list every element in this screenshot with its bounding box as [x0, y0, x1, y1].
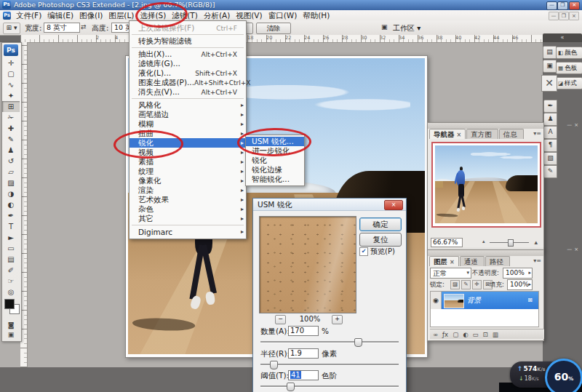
blur-tool[interactable]: ◑ — [2, 188, 20, 199]
hand-tool[interactable]: ☞ — [2, 276, 20, 287]
filter-menu-item[interactable]: 视频 — [129, 148, 246, 157]
lock-paint-icon[interactable]: ✎ — [461, 280, 471, 289]
zoom-out-mountain-icon[interactable]: ▴ — [482, 239, 485, 244]
menu-bar-item[interactable]: 选择(S) — [137, 10, 169, 20]
zoom-tool[interactable]: ◎ — [2, 287, 20, 297]
lock-move-icon[interactable]: ✛ — [472, 280, 482, 289]
document-icon[interactable]: Ps — [3, 12, 11, 20]
filter-menu-item[interactable]: 素描 — [129, 157, 246, 167]
slice-tool[interactable]: ✁ — [2, 112, 20, 123]
preview-zoom-out-button[interactable]: − — [275, 315, 286, 324]
menu-bar-item[interactable]: 滤镜(T) — [169, 10, 201, 20]
quick-mask-icon[interactable]: ◙ — [6, 321, 16, 329]
navigator-tab[interactable]: 导航器× — [429, 129, 466, 139]
filter-menu-item[interactable]: 液化(L)... Shift+Ctrl+X — [129, 68, 246, 78]
opacity-value[interactable]: 100%▸ — [503, 268, 533, 279]
spinner-icon[interactable]: ▸ — [528, 280, 531, 289]
dock-icon-clone-source[interactable]: ♟ — [543, 113, 557, 126]
amount-slider-thumb[interactable] — [354, 338, 362, 347]
bridge-icon[interactable]: ▣ — [381, 23, 388, 31]
pen-tool[interactable]: ✒ — [2, 210, 20, 221]
filter-menu-item[interactable]: 上次滤镜操作(F) Ctrl+F — [129, 23, 246, 33]
sharpen-submenu-item[interactable]: 锐化 — [246, 156, 304, 165]
filter-menu-item[interactable]: 纹理 — [129, 167, 246, 176]
menu-bar-item[interactable]: 图像(I) — [76, 10, 105, 20]
menu-bar-item[interactable]: 编辑(E) — [44, 10, 76, 20]
filter-menu-item[interactable]: 锐化 — [129, 138, 246, 148]
layer-name[interactable]: 背景 — [467, 296, 481, 305]
quick-selection-tool[interactable]: ✦ — [2, 90, 20, 101]
adjustment-layer-icon[interactable]: ◐ — [463, 331, 468, 338]
history-brush-tool[interactable]: ↺ — [2, 156, 20, 167]
dock-icon-navigator[interactable]: ▤ — [543, 46, 557, 59]
clone-stamp-tool[interactable]: ♟ — [2, 145, 20, 156]
eyedropper-tool[interactable]: ✐ — [2, 265, 20, 276]
marquee-tool[interactable]: ▢ — [2, 68, 20, 79]
preview-zoom-in-button[interactable]: + — [332, 315, 343, 324]
threshold-slider-thumb[interactable] — [287, 383, 295, 391]
navigator-zoom-value[interactable]: 66.67% — [431, 238, 463, 247]
crop-tool-preset-icon[interactable]: ⊞ ▾ — [3, 23, 20, 34]
fill-value[interactable]: 100%▸ — [507, 279, 533, 290]
filter-menu-item[interactable]: 滤镜库(G)... — [129, 59, 246, 68]
crop-tool[interactable]: ⊞ — [2, 101, 20, 112]
panel-menu-icon[interactable]: ▾≡ — [533, 257, 541, 264]
shape-tool[interactable]: ▭ — [2, 243, 20, 254]
layers-tab[interactable]: 路径 — [485, 256, 510, 266]
width-input[interactable]: 8 英寸 — [44, 23, 80, 33]
new-layer-icon[interactable]: ⊡ — [483, 331, 488, 338]
notes-tool[interactable]: ▤ — [2, 254, 20, 265]
filter-menu-item[interactable]: 模糊 — [129, 119, 246, 129]
ok-button[interactable]: 确定 — [359, 217, 402, 231]
panel-menu-icon[interactable]: ▾≡ — [533, 130, 541, 137]
filter-menu-item[interactable]: 艺术效果 — [129, 195, 246, 204]
filter-menu-item[interactable]: 杂色 — [129, 204, 246, 214]
path-selection-tool[interactable]: ► — [2, 232, 20, 243]
menu-bar-item[interactable]: 文件(F) — [13, 10, 44, 20]
navigator-slider-thumb[interactable] — [508, 239, 514, 247]
layer-visibility-eye-icon[interactable]: ◉ — [431, 292, 442, 309]
tab-close-icon[interactable]: × — [457, 132, 462, 138]
spinner-icon[interactable]: ▸ — [528, 268, 531, 278]
filter-menu-item[interactable]: 画笔描边 — [129, 110, 246, 119]
new-group-icon[interactable]: ▭ — [473, 331, 479, 338]
preview-checkbox[interactable]: ✔ 预览(P) — [359, 247, 395, 257]
dock-icon-layer-comps[interactable]: ▧ — [543, 152, 557, 165]
eraser-tool[interactable]: ▱ — [2, 167, 20, 177]
amount-slider[interactable] — [260, 337, 399, 346]
photoshop-logo[interactable]: Ps — [4, 44, 18, 56]
minimize-button[interactable]: — — [546, 1, 557, 10]
sharpen-submenu-item[interactable]: 进一步锐化 — [246, 146, 304, 156]
filter-menu-item[interactable]: 消失点(V)... Alt+Ctrl+V — [129, 87, 246, 97]
menu-bar-item[interactable]: 帮助(H) — [300, 10, 332, 20]
layer-style-icon[interactable]: ƒx — [442, 331, 448, 338]
dock-icon-tool-presets[interactable]: ✎ — [543, 165, 557, 178]
brush-tool[interactable]: ✎ — [2, 134, 20, 145]
radius-slider[interactable] — [260, 360, 399, 369]
link-layers-icon[interactable]: ∞ — [433, 331, 438, 338]
move-tool[interactable]: ✛ — [2, 57, 20, 68]
filter-menu-item[interactable]: 风格化 — [129, 100, 246, 110]
color-swatches[interactable] — [4, 299, 19, 318]
dialog-close-icon[interactable]: × — [384, 200, 403, 210]
panel-drag-bar[interactable] — [428, 250, 543, 256]
dock-icon-histogram[interactable]: ▣ — [543, 60, 557, 73]
dock-icon-brushes[interactable]: ✒ — [543, 100, 557, 113]
menu-bar-item[interactable]: 分析(A) — [201, 10, 233, 20]
threshold-input[interactable]: 41 — [288, 370, 319, 380]
menu-bar-item[interactable]: 窗口(W) — [266, 10, 300, 20]
menu-bar-item[interactable]: 视图(V) — [233, 10, 265, 20]
doc-close-icon[interactable]: × — [569, 12, 579, 20]
amount-input[interactable]: 170 — [288, 326, 319, 336]
blend-mode-select[interactable]: 正常▾ — [430, 268, 471, 279]
dock-collapse-bar[interactable]: « — [543, 33, 582, 42]
lasso-tool[interactable]: ∿ — [2, 79, 20, 90]
zoom-in-mountain-icon[interactable]: ▴ — [534, 239, 538, 246]
background-layer-row[interactable]: ◉ 背景 ⊠ — [431, 292, 538, 309]
filter-preview-image[interactable] — [259, 216, 356, 313]
navigator-tab[interactable]: 直方图 — [466, 129, 498, 139]
healing-brush-tool[interactable]: ✚ — [2, 123, 20, 134]
filter-menu-item[interactable]: 图案生成器(P)... Alt+Shift+Ctrl+X — [129, 78, 246, 87]
lock-transparency-icon[interactable]: ▨ — [450, 280, 460, 289]
dock-icon-paragraph[interactable]: ¶ — [543, 139, 557, 152]
